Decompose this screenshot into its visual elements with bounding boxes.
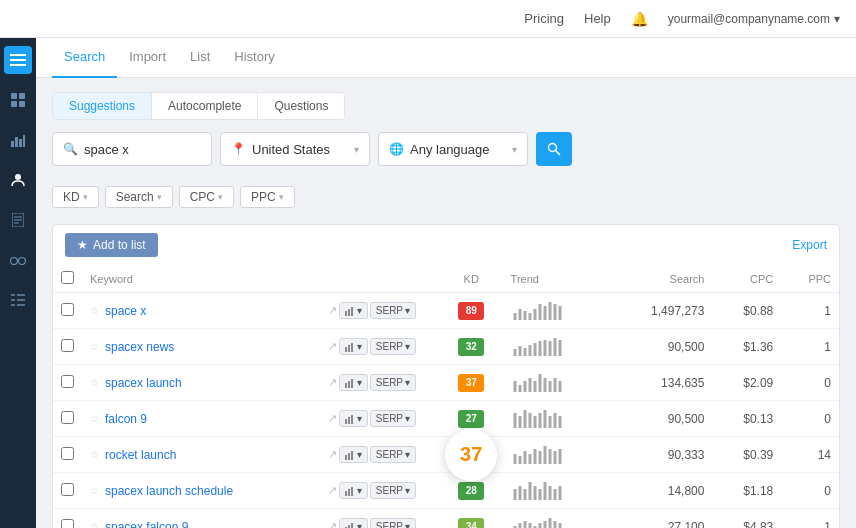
row-checkbox-cell[interactable] xyxy=(53,365,82,401)
svg-rect-105 xyxy=(558,486,561,500)
cpc-chevron-icon: ▾ xyxy=(218,192,223,202)
row-star-icon[interactable]: ☆ xyxy=(90,485,99,496)
row-actions-cell: ↗ ▾ SERP ▾ xyxy=(320,365,440,401)
svg-rect-66 xyxy=(558,381,561,392)
ppc-cell: 1 xyxy=(781,293,839,329)
row-checkbox-cell[interactable] xyxy=(53,329,82,365)
subtab-autocomplete[interactable]: Autocomplete xyxy=(152,93,258,119)
language-dropdown[interactable]: 🌐 Any language ▾ xyxy=(378,132,528,166)
filter-ppc[interactable]: PPC ▾ xyxy=(240,186,295,208)
help-link[interactable]: Help xyxy=(584,11,611,26)
row-checkbox[interactable] xyxy=(61,411,74,424)
row-checkbox[interactable] xyxy=(61,375,74,388)
keyword-text[interactable]: spacex launch schedule xyxy=(105,484,233,498)
arrow-icon[interactable]: ↗ xyxy=(328,304,337,317)
row-checkbox-cell[interactable] xyxy=(53,473,82,509)
user-email[interactable]: yourmail@companyname.com ▾ xyxy=(668,12,840,26)
row-checkbox[interactable] xyxy=(61,339,74,352)
row-checkbox-cell[interactable] xyxy=(53,293,82,329)
keyword-text[interactable]: falcon 9 xyxy=(105,412,147,426)
serp-button[interactable]: SERP ▾ xyxy=(370,302,416,319)
svg-rect-80 xyxy=(345,455,347,460)
serp-button[interactable]: SERP ▾ xyxy=(370,446,416,463)
chart-button[interactable]: ▾ xyxy=(339,518,368,528)
chart-button[interactable]: ▾ xyxy=(339,338,368,355)
sidebar-icon-grid[interactable] xyxy=(4,86,32,114)
select-all-checkbox[interactable] xyxy=(61,271,74,284)
filter-cpc[interactable]: CPC ▾ xyxy=(179,186,234,208)
trend-cell xyxy=(503,509,609,529)
chart-button[interactable]: ▾ xyxy=(339,482,368,499)
row-checkbox[interactable] xyxy=(61,303,74,316)
sidebar-icon-person[interactable] xyxy=(4,166,32,194)
arrow-icon[interactable]: ↗ xyxy=(328,376,337,389)
row-checkbox[interactable] xyxy=(61,447,74,460)
svg-rect-56 xyxy=(351,379,353,388)
col-actions xyxy=(320,265,440,293)
chart-button[interactable]: ▾ xyxy=(339,302,368,319)
svg-rect-4 xyxy=(19,93,25,99)
export-button[interactable]: Export xyxy=(792,238,827,252)
chart-button[interactable]: ▾ xyxy=(339,410,368,427)
chart-button[interactable]: ▾ xyxy=(339,446,368,463)
serp-button[interactable]: SERP ▾ xyxy=(370,338,416,355)
arrow-icon[interactable]: ↗ xyxy=(328,484,337,497)
arrow-icon[interactable]: ↗ xyxy=(328,412,337,425)
serp-button[interactable]: SERP ▾ xyxy=(370,374,416,391)
svg-rect-91 xyxy=(553,451,556,464)
search-input[interactable] xyxy=(84,142,201,157)
subtab-questions[interactable]: Questions xyxy=(258,93,344,119)
serp-button[interactable]: SERP ▾ xyxy=(370,410,416,427)
location-value: United States xyxy=(252,142,330,157)
bell-icon[interactable]: 🔔 xyxy=(631,11,648,27)
sidebar-icon-glasses[interactable] xyxy=(4,246,32,274)
subtab-suggestions[interactable]: Suggestions xyxy=(53,93,152,119)
filter-kd[interactable]: KD ▾ xyxy=(52,186,99,208)
svg-rect-75 xyxy=(538,413,541,428)
row-star-icon[interactable]: ☆ xyxy=(90,521,99,528)
chart-button[interactable]: ▾ xyxy=(339,374,368,391)
row-checkbox[interactable] xyxy=(61,483,74,496)
search-button[interactable] xyxy=(536,132,572,166)
row-checkbox-cell[interactable] xyxy=(53,437,82,473)
row-star-icon[interactable]: ☆ xyxy=(90,377,99,388)
tab-search[interactable]: Search xyxy=(52,38,117,78)
search-volume-cell: 27,100 xyxy=(609,509,713,529)
pricing-link[interactable]: Pricing xyxy=(524,11,564,26)
serp-button[interactable]: SERP ▾ xyxy=(370,518,416,528)
keyword-text[interactable]: spacex falcon 9 xyxy=(105,520,188,529)
keyword-text[interactable]: spacex news xyxy=(105,340,174,354)
row-checkbox-cell[interactable] xyxy=(53,509,82,529)
arrow-icon[interactable]: ↗ xyxy=(328,340,337,353)
row-star-icon[interactable]: ☆ xyxy=(90,449,99,460)
svg-rect-29 xyxy=(348,309,350,316)
svg-rect-110 xyxy=(518,523,521,528)
keyword-text[interactable]: rocket launch xyxy=(105,448,176,462)
keyword-text[interactable]: space x xyxy=(105,304,146,318)
trend-cell xyxy=(503,437,609,473)
search-box[interactable]: 🔍 xyxy=(52,132,212,166)
row-checkbox-cell[interactable] xyxy=(53,401,82,437)
serp-button[interactable]: SERP ▾ xyxy=(370,482,416,499)
keyword-text[interactable]: spacex launch xyxy=(105,376,182,390)
sidebar-icon-doc[interactable] xyxy=(4,206,32,234)
location-dropdown[interactable]: 📍 United States ▾ xyxy=(220,132,370,166)
cpc-cell: $1.36 xyxy=(712,329,781,365)
sidebar-logo[interactable] xyxy=(4,46,32,74)
arrow-icon[interactable]: ↗ xyxy=(328,448,337,461)
tab-import[interactable]: Import xyxy=(117,38,178,78)
tab-history[interactable]: History xyxy=(222,38,286,78)
filter-search[interactable]: Search ▾ xyxy=(105,186,173,208)
row-star-icon[interactable]: ☆ xyxy=(90,341,99,352)
row-star-icon[interactable]: ☆ xyxy=(90,305,99,316)
arrow-icon[interactable]: ↗ xyxy=(328,520,337,528)
add-to-list-button[interactable]: ★ Add to list xyxy=(65,233,158,257)
row-checkbox[interactable] xyxy=(61,519,74,529)
svg-rect-118 xyxy=(558,523,561,528)
sidebar-icon-chart[interactable] xyxy=(4,126,32,154)
row-star-icon[interactable]: ☆ xyxy=(90,413,99,424)
svg-rect-89 xyxy=(543,446,546,464)
svg-rect-6 xyxy=(19,101,25,107)
sidebar-icon-list[interactable] xyxy=(4,286,32,314)
tab-list[interactable]: List xyxy=(178,38,222,78)
